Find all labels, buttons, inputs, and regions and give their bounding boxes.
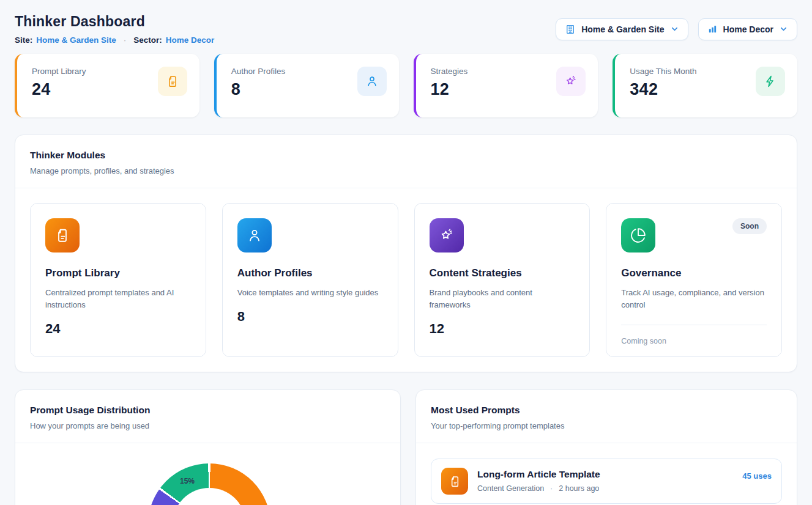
breadcrumb-separator: · [124,35,127,45]
module-title: Governance [621,267,767,279]
thinker-modules-panel: Thinker Modules Manage prompts, profiles… [15,135,797,372]
sector-selector-dropdown[interactable]: Home Decor [698,18,797,40]
module-title: Content Strategies [430,267,575,279]
stat-text: Author Profiles 8 [231,67,286,117]
stat-text: Prompt Library 24 [32,67,86,117]
module-description: Voice templates and writing style guides [237,287,383,299]
module-description: Track AI usage, compliance, and version … [621,287,767,311]
prompt-list: Long-form Article Template Content Gener… [416,443,797,505]
stat-label: Strategies [431,67,468,76]
stat-value: 24 [32,80,86,99]
sector-link[interactable]: Home Decor [166,35,215,45]
pie-chart-icon [621,218,655,253]
stat-card-strategies: Strategies 12 [414,54,598,117]
stat-card-author-profiles: Author Profiles 8 [214,54,399,117]
breadcrumb: Site: Home & Garden Site · Sector: Home … [15,35,214,45]
module-count: 24 [45,321,191,337]
page-title: Thinker Dashboard [15,13,214,30]
modules-panel-header: Thinker Modules Manage prompts, profiles… [15,135,797,188]
usage-title: Prompt Usage Distribution [30,405,386,416]
prompt-list-item[interactable]: Long-form Article Template Content Gener… [431,459,782,504]
soon-badge: Soon [732,218,767,234]
module-card-governance[interactable]: Soon Governance Track AI usage, complian… [606,203,782,357]
page-header: Thinker Dashboard Site: Home & Garden Si… [15,13,797,45]
prompts-title: Most Used Prompts [431,405,782,416]
donut-segment-label: 15% [180,477,195,485]
stat-label: Usage This Month [630,67,696,76]
module-card-content-strategies[interactable]: Content Strategies Brand playbooks and c… [414,203,590,357]
module-description: Centralized prompt templates and AI inst… [45,287,191,311]
donut-hole [173,488,246,505]
prompts-panel-header: Most Used Prompts Your top-performing pr… [416,390,797,443]
prompts-subtitle: Your top-performing prompt templates [431,421,782,430]
prompt-info: Long-form Article Template Content Gener… [477,468,733,493]
site-label: Site: [15,35,32,45]
coming-soon-text: Coming soon [621,337,767,345]
module-description: Brand playbooks and content frameworks [430,287,575,311]
star-sparkle-icon [430,218,464,253]
prompt-meta: Content Generation · 2 hours ago [477,484,733,493]
prompt-title: Long-form Article Template [477,469,733,480]
module-count: 8 [237,309,383,325]
stat-label: Prompt Library [32,67,86,76]
stat-text: Strategies 12 [431,67,468,117]
header-left: Thinker Dashboard Site: Home & Garden Si… [15,13,214,45]
file-icon [45,218,80,253]
donut-chart-area: 15% [15,443,400,505]
chevron-down-icon [779,24,788,34]
dashboard-page: Thinker Dashboard Site: Home & Garden Si… [0,0,812,505]
file-icon [441,468,468,495]
header-actions: Home & Garden Site Home Decor [556,18,797,40]
chevron-down-icon [670,24,679,34]
stat-text: Usage This Month 342 [630,67,696,117]
stats-row: Prompt Library 24 Author Profiles 8 [15,54,797,117]
sector-label: Sector: [133,35,162,45]
user-icon [237,218,272,253]
usage-panel-header: Prompt Usage Distribution How your promp… [15,390,400,443]
donut-chart: 15% [148,463,270,505]
module-card-author-profiles[interactable]: Author Profiles Voice templates and writ… [222,203,398,357]
module-title: Prompt Library [45,267,191,279]
meta-separator: · [550,484,553,493]
most-used-prompts-panel: Most Used Prompts Your top-performing pr… [415,389,797,505]
module-icon-row: Soon [621,218,767,253]
divider [621,325,767,325]
site-link[interactable]: Home & Garden Site [36,35,116,45]
usage-subtitle: How your prompts are being used [30,421,386,430]
prompt-uses-badge: 45 uses [742,468,772,481]
stat-card-prompt-library: Prompt Library 24 [15,54,199,117]
module-count: 12 [430,321,575,337]
stat-value: 12 [431,80,468,99]
prompt-category: Content Generation [477,484,544,493]
user-icon [357,67,387,96]
zap-icon [756,67,785,96]
stat-value: 8 [231,80,286,99]
modules-title: Thinker Modules [30,150,782,161]
stat-label: Author Profiles [231,67,286,76]
stat-value: 342 [630,80,696,99]
sector-selector-label: Home Decor [723,24,773,34]
site-selector-label: Home & Garden Site [581,24,664,34]
stat-card-usage: Usage This Month 342 [613,54,797,117]
module-card-prompt-library[interactable]: Prompt Library Centralized prompt templa… [30,203,206,357]
file-icon [158,67,187,96]
module-title: Author Profiles [237,267,383,279]
bottom-row: Prompt Usage Distribution How your promp… [15,389,797,505]
prompt-usage-panel: Prompt Usage Distribution How your promp… [15,389,401,505]
building-icon [565,24,576,35]
site-selector-dropdown[interactable]: Home & Garden Site [556,18,688,40]
bar-chart-icon [707,24,718,34]
modules-grid: Prompt Library Centralized prompt templa… [15,188,797,372]
star-sparkle-icon [556,67,586,96]
prompt-time: 2 hours ago [559,484,599,493]
modules-subtitle: Manage prompts, profiles, and strategies [30,166,782,175]
